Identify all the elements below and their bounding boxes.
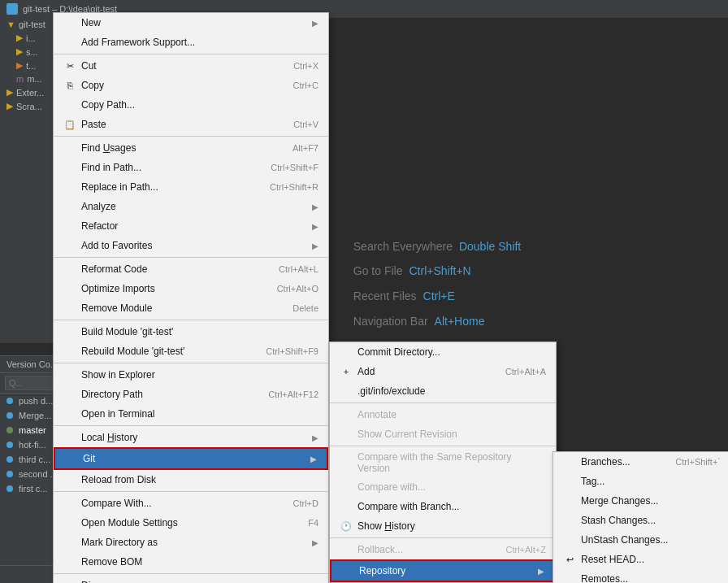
arrow-icon: ▶ [312,222,318,231]
dir-path-icon [63,388,76,401]
git-sep-3 [330,537,556,538]
explorer-icon [63,368,76,381]
repo-menu-remotes[interactable]: Remotes... [553,569,728,583]
sep-5 [54,363,328,363]
history-icon [63,431,76,444]
git-submenu: Commit Directory... + Add Ctrl+Alt+A .gi… [329,342,557,583]
sep-1 [54,54,328,54]
git-menu-compare-with: Compare with... [330,477,556,497]
sep-8 [54,573,328,574]
menu-item-remove-module[interactable]: Remove Module Delete [54,298,328,318]
arrow-icon: ▶ [312,433,318,442]
menu-item-paste[interactable]: 📋 Paste Ctrl+V [54,115,328,134]
repo-menu-branches[interactable]: Branches... Ctrl+Shift+` [553,452,728,472]
app-icon [6,3,18,15]
git-menu-add[interactable]: + Add Ctrl+Alt+A [330,362,556,381]
branch-dot [6,485,13,492]
branch-dot [6,427,13,433]
menu-item-reformat[interactable]: Reformat Code Ctrl+Alt+L [54,259,328,279]
add-framework-icon [63,36,76,49]
optimize-icon [63,282,76,295]
menu-item-cut[interactable]: ✂ Cut Ctrl+X [54,56,328,76]
add-icon: + [340,365,353,378]
folder-icon: ▼ [6,20,15,29]
menu-item-refactor[interactable]: Refactor ▶ [54,216,328,236]
analyze-icon [63,200,76,213]
unstash-icon [563,533,576,546]
arrow-icon: ▶ [312,538,318,547]
menu-item-add-framework[interactable]: Add Framework Support... [54,33,328,52]
remove-bom-icon [63,555,76,568]
menu-item-replace-in-path[interactable]: Replace in Path... Ctrl+Shift+R [54,177,328,197]
menu-item-find-in-path[interactable]: Find in Path... Ctrl+Shift+F [54,158,328,177]
menu-item-add-favorites[interactable]: Add to Favorites ▶ [54,236,328,255]
remotes-icon [563,572,576,583]
exclude-icon [340,385,353,398]
repo-menu-merge[interactable]: Merge Changes... [553,491,728,511]
menu-item-build-module[interactable]: Build Module 'git-test' [54,322,328,342]
git-sep-2 [330,446,556,446]
menu-item-open-terminal[interactable]: Open in Terminal [54,404,328,424]
menu-item-module-settings[interactable]: Open Module Settings F4 [54,513,328,533]
menu-item-rebuild-module[interactable]: Rebuild Module 'git-test' Ctrl+Shift+F9 [54,342,328,361]
reset-head-icon: ↩ [563,553,576,566]
repo-menu-tag[interactable]: Tag... [553,472,728,491]
arrow-icon: ▶ [538,567,544,576]
compare-branch-icon [340,500,353,513]
menu-item-optimize-imports[interactable]: Optimize Imports Ctrl+Alt+O [54,279,328,298]
history-clock-icon: 🕐 [340,520,353,533]
menu-item-remove-bom[interactable]: Remove BOM [54,552,328,572]
menu-item-show-explorer[interactable]: Show in Explorer [54,365,328,385]
sep-3 [54,257,328,258]
repo-menu-unstash[interactable]: UnStash Changes... [553,530,728,550]
find-path-icon [63,161,76,174]
menu-item-copy-path[interactable]: Copy Path... [54,95,328,115]
sep-6 [54,425,328,426]
rollback-icon [340,543,353,556]
sep-4 [54,320,328,320]
favorites-icon [63,239,76,252]
menu-item-mark-directory[interactable]: Mark Directory as ▶ [54,533,328,552]
menu-item-local-history[interactable]: Local History ▶ [54,428,328,447]
build-icon [63,325,76,338]
menu-item-new[interactable]: New ▶ [54,13,328,33]
terminal-icon [63,407,76,420]
menu-item-diagrams[interactable]: Diagrams ▶ [54,576,328,583]
merge-icon [563,494,576,507]
arrow-icon: ▶ [312,202,318,211]
menu-item-compare-with[interactable]: Compare With... Ctrl+D [54,494,328,513]
annotate-icon [340,408,353,421]
rebuild-icon [63,345,76,358]
repository-icon [341,564,354,577]
git-menu-exclude[interactable]: .git/info/exclude [330,381,556,401]
git-menu-rollback: Rollback... Ctrl+Alt+Z [330,540,556,559]
branch-dot [6,456,13,463]
sep-2 [54,136,328,137]
arrow-icon: ▶ [312,241,318,250]
git-menu-compare-branch[interactable]: Compare with Branch... [330,497,556,516]
new-icon [63,16,76,29]
copy-icon: ⎘ [63,79,76,92]
branch-dot [6,442,13,448]
menu-item-find-usages[interactable]: Find Usages Alt+F7 [54,138,328,158]
menu-item-dir-path[interactable]: Directory Path Ctrl+Alt+F12 [54,385,328,404]
menu-item-copy[interactable]: ⎘ Copy Ctrl+C [54,76,328,95]
git-menu-commit-dir[interactable]: Commit Directory... [330,342,556,362]
folder-icon: ▶ [6,87,13,98]
reload-icon [63,473,76,486]
git-menu-show-history[interactable]: 🕐 Show History [330,516,556,536]
menu-item-analyze[interactable]: Analyze ▶ [54,197,328,216]
reformat-icon [63,263,76,276]
revision-icon [340,428,353,441]
tag-icon [563,475,576,488]
git-sep-1 [330,402,556,403]
refactor-icon [63,220,76,233]
git-menu-annotate: Annotate [330,405,556,424]
menu-item-reload-disk[interactable]: Reload from Disk [54,470,328,489]
git-menu-compare-repo: Compare with the Same Repository Version [330,448,556,477]
menu-item-git[interactable]: Git ▶ [54,447,328,470]
git-menu-repository[interactable]: Repository ▶ [330,559,556,582]
repo-menu-reset-head[interactable]: ↩ Reset HEAD... [553,550,728,569]
paste-icon: 📋 [63,118,76,131]
repo-menu-stash[interactable]: Stash Changes... [553,511,728,530]
